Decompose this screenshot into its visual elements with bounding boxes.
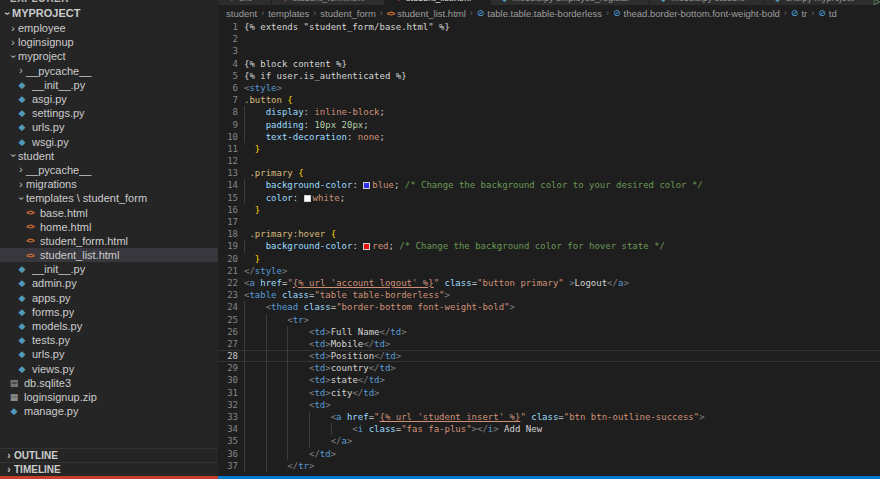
code-line-1[interactable]: 1{% extends "student_form/base.html" %} <box>218 21 880 33</box>
code-line-26[interactable]: 26<td>Full Name</td> <box>218 326 880 338</box>
tab-student-list-html[interactable]: <>student_list.html× <box>385 0 491 5</box>
breadcrumb-item[interactable]: ⊘thead.border-bottom.font-weight-bold <box>613 8 780 19</box>
timeline-section-header[interactable]: › TIMELINE <box>0 462 218 476</box>
breadcrumb-item[interactable]: <>student_list.html <box>387 8 466 19</box>
run-icon[interactable]: ▷ <box>874 0 880 5</box>
line-number: 24 <box>218 301 244 313</box>
tab-models-py-employee-register[interactable]: ◆models.py employee_register× <box>491 0 650 5</box>
code-line-32[interactable]: 32<td> <box>218 399 880 411</box>
code-editor[interactable]: 1{% extends "student_form/base.html" %}2… <box>218 21 880 476</box>
close-icon[interactable]: × <box>636 0 641 3</box>
code-token: class <box>445 278 472 288</box>
sidebar-item-asgi-py[interactable]: ◆asgi.py <box>0 92 218 106</box>
sidebar-item-views-py[interactable]: ◆views.py <box>0 362 218 376</box>
code-line-16[interactable]: 16 } <box>218 204 880 216</box>
code-line-24[interactable]: 24<thead class="border-bottom font-weigh… <box>218 301 880 313</box>
code-line-31[interactable]: 31<td>city</td> <box>218 387 880 399</box>
tab-urls-py-myproject[interactable]: ◆urls.py myproject× <box>765 0 874 5</box>
sidebar-item-templates-student-form[interactable]: ›templates \ student_form <box>0 191 218 205</box>
code-token: td <box>314 388 325 398</box>
code-line-30[interactable]: 30<td>state</td> <box>218 374 880 386</box>
close-icon[interactable]: × <box>860 0 865 3</box>
sidebar-item-wsgi-py[interactable]: ◆wsgi.py <box>0 135 218 149</box>
sidebar-item-student[interactable]: ›student <box>0 149 218 163</box>
python-file-icon: ◆ <box>16 108 28 118</box>
code-line-5[interactable]: 5{% if user.is_authenticated %} <box>218 70 880 82</box>
code-line-12[interactable]: 12 <box>218 155 880 167</box>
sidebar-item--init-py[interactable]: ◆__init__.py <box>0 262 218 276</box>
breadcrumb-item[interactable]: templates <box>268 8 309 19</box>
sidebar-item-urls-py[interactable]: ◆urls.py <box>0 347 218 361</box>
sidebar-item-db-sqlite3[interactable]: ▤db.sqlite3 <box>0 376 218 390</box>
sidebar-item-apps-py[interactable]: ◆apps.py <box>0 291 218 305</box>
code-line-33[interactable]: 33<a href="{% url 'student_insert' %}" c… <box>218 411 880 423</box>
python-file-icon: ◆ <box>8 406 20 416</box>
color-swatch[interactable] <box>304 195 311 202</box>
sidebar-item-loginsignup-zip[interactable]: ▦loginsignup.zip <box>0 390 218 404</box>
code-line-18[interactable]: 18 .primary:hover { <box>218 228 880 240</box>
code-line-8[interactable]: 8display: inline-block; <box>218 106 880 118</box>
code-line-17[interactable]: 17 <box>218 216 880 228</box>
sidebar-item--pycache-[interactable]: ›__pycache__ <box>0 163 218 177</box>
sidebar-item-student-form-html[interactable]: <>student_form.html <box>0 234 218 248</box>
code-line-37[interactable]: 37</tr> <box>218 460 880 472</box>
line-number: 23 <box>218 289 244 301</box>
code-line-15[interactable]: 15color: white; <box>218 192 880 204</box>
code-line-14[interactable]: 14background-color: blue; /* Change the … <box>218 179 880 191</box>
breadcrumb-item[interactable]: ⊘td <box>818 8 836 19</box>
code-line-36[interactable]: 36</td> <box>218 448 880 460</box>
line-number: 27 <box>218 338 244 350</box>
sidebar-item-urls-py[interactable]: ◆urls.py <box>0 120 218 134</box>
outline-section-header[interactable]: › OUTLINE <box>0 448 218 462</box>
sidebar-item-models-py[interactable]: ◆models.py <box>0 319 218 333</box>
explorer-root-folder[interactable]: › MYPROJECT <box>0 5 218 21</box>
code-line-3[interactable]: 3 <box>218 45 880 57</box>
code-line-11[interactable]: 11 } <box>218 143 880 155</box>
code-line-20[interactable]: 20 } <box>218 253 880 265</box>
code-line-34[interactable]: 34<i class="fas fa-plus"></i> Add New <box>218 423 880 435</box>
sidebar-item-manage-py[interactable]: ◆manage.py <box>0 404 218 418</box>
sidebar-item-admin-py[interactable]: ◆admin.py <box>0 276 218 290</box>
code-line-2[interactable]: 2 <box>218 33 880 45</box>
code-line-4[interactable]: 4{% block content %} <box>218 58 880 70</box>
sidebar-item-migrations[interactable]: ›migrations <box>0 177 218 191</box>
code-line-13[interactable]: 13 .primary { <box>218 167 880 179</box>
breadcrumb-item[interactable]: ⊘table.table.table-borderless <box>477 8 602 19</box>
sidebar-item-tests-py[interactable]: ◆tests.py <box>0 333 218 347</box>
breadcrumb-item[interactable]: student <box>226 8 257 19</box>
close-icon[interactable]: × <box>477 0 482 3</box>
code-line-10[interactable]: 10text-decoration: none; <box>218 131 880 143</box>
sidebar-item--pycache-[interactable]: ›__pycache__ <box>0 64 218 78</box>
code-line-9[interactable]: 9padding: 10px 20px; <box>218 119 880 131</box>
sidebar-item-forms-py[interactable]: ◆forms.py <box>0 305 218 319</box>
sidebar-item-student-list-html[interactable]: <>student_list.html <box>0 248 218 262</box>
sidebar-item-base-html[interactable]: <>base.html <box>0 205 218 219</box>
sidebar-item-settings-py[interactable]: ◆settings.py <box>0 106 218 120</box>
sidebar-item-home-html[interactable]: <>home.html <box>0 220 218 234</box>
code-line-35[interactable]: 35</a> <box>218 435 880 447</box>
tab-student-form-html[interactable]: <>student_form.html× <box>272 0 385 5</box>
close-icon[interactable]: × <box>258 0 263 3</box>
sidebar-item-employee[interactable]: ›employee <box>0 21 218 35</box>
code-line-27[interactable]: 27<td>Mobile</td> <box>218 338 880 350</box>
code-line-23[interactable]: 23<table class="table table-borderless"> <box>218 289 880 301</box>
code-line-7[interactable]: 7.button { <box>218 94 880 106</box>
code-line-28[interactable]: 28<td>Position</td> <box>218 350 880 362</box>
tab-ent[interactable]: <>ent× <box>218 0 272 5</box>
sidebar-item-loginsignup[interactable]: ›loginsignup <box>0 35 218 49</box>
sidebar-item--init-py[interactable]: ◆__init__.py <box>0 78 218 92</box>
breadcrumb-item[interactable]: ⊘tr <box>791 8 807 19</box>
code-line-29[interactable]: 29<td>country</td> <box>218 362 880 374</box>
color-swatch[interactable] <box>363 182 370 189</box>
color-swatch[interactable] <box>363 243 370 250</box>
close-icon[interactable]: × <box>371 0 376 3</box>
sidebar-item-myproject[interactable]: ›myproject <box>0 49 218 63</box>
code-line-6[interactable]: 6<style> <box>218 82 880 94</box>
tab-models-py-student[interactable]: ◆models.py student× <box>650 0 764 5</box>
code-line-19[interactable]: 19background-color: red; /* Change the b… <box>218 240 880 252</box>
breadcrumb-item[interactable]: student_form <box>320 8 375 19</box>
code-line-25[interactable]: 25<tr> <box>218 314 880 326</box>
close-icon[interactable]: × <box>750 0 755 3</box>
code-line-22[interactable]: 22<a href="{% url 'account_logout' %}" c… <box>218 277 880 289</box>
code-line-21[interactable]: 21</style> <box>218 265 880 277</box>
